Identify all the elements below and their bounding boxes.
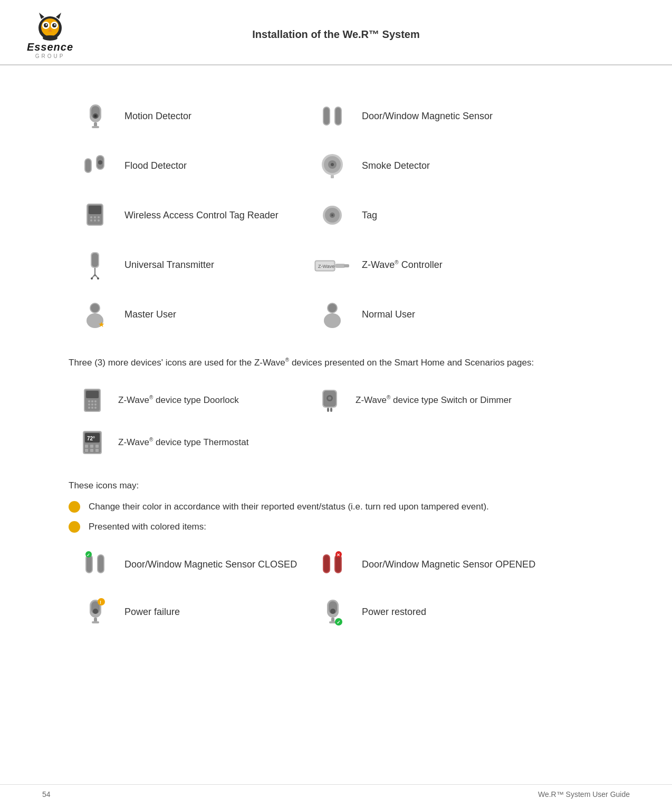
- svg-rect-95: [98, 555, 103, 572]
- svg-text:✓: ✓: [337, 620, 341, 625]
- flood-detector-label: Flood Detector: [124, 159, 187, 172]
- bullet-dot-2: [69, 521, 80, 533]
- svg-rect-94: [87, 555, 92, 572]
- power-failure-row: ! Power failure: [69, 588, 306, 636]
- svg-text:✓: ✓: [87, 553, 90, 557]
- flood-detector-icon: [74, 151, 116, 181]
- svg-text:Z-Wave: Z-Wave: [318, 264, 334, 269]
- door-opened-label: Door/Window Magnetic Sensor OPENED: [362, 558, 535, 571]
- svg-rect-114: [331, 618, 334, 622]
- transmitter-row: Universal Transmitter: [69, 241, 306, 290]
- door-sensor-label: Door/Window Magnetic Sensor: [362, 110, 493, 123]
- normal-user-icon: [311, 300, 353, 330]
- main-content: Motion Detector Door/Window Magnetic Sen…: [0, 71, 672, 667]
- svg-point-8: [46, 24, 47, 26]
- svg-point-36: [94, 216, 96, 218]
- logo-text: Essence: [27, 41, 73, 53]
- owl-logo-icon: [32, 9, 69, 41]
- svg-point-74: [91, 407, 93, 409]
- svg-point-40: [98, 219, 100, 222]
- svg-point-51: [97, 277, 99, 280]
- svg-point-106: [93, 609, 98, 614]
- door-closed-icon: ✓: [74, 549, 116, 580]
- flood-detector-row: Flood Detector: [69, 141, 306, 191]
- motion-detector-icon: [74, 101, 116, 132]
- transmitter-label: Universal Transmitter: [124, 258, 214, 272]
- svg-point-11: [43, 35, 57, 41]
- thermostat-icon: 72°: [74, 429, 111, 456]
- svg-rect-87: [90, 445, 93, 448]
- master-user-row: ★ Master User: [69, 290, 306, 340]
- tag-reader-label: Wireless Access Control Tag Reader: [124, 209, 279, 222]
- svg-marker-1: [39, 13, 44, 19]
- page-title: Installation of the We.R™ System: [84, 28, 656, 41]
- svg-rect-20: [324, 108, 329, 124]
- normal-user-row: Normal User: [306, 290, 543, 340]
- svg-text:★: ★: [98, 320, 105, 329]
- thermostat-label: Z-Wave® device type Thermostat: [118, 436, 248, 449]
- svg-point-39: [94, 219, 96, 222]
- svg-point-75: [94, 407, 97, 409]
- power-restored-row: ✓ Power restored: [306, 588, 543, 636]
- bullet-text-2: Presented with colored items:: [89, 520, 206, 534]
- bullet-item-2: Presented with colored items:: [69, 520, 630, 534]
- svg-rect-89: [85, 449, 88, 452]
- footer: 54 We.R™ System User Guide: [0, 784, 672, 799]
- svg-rect-79: [330, 408, 332, 412]
- svg-rect-88: [95, 445, 99, 448]
- power-restored-icon: ✓: [311, 597, 353, 627]
- smoke-detector-row: Smoke Detector: [306, 141, 543, 191]
- bullet-list: Change their color in accordance with th…: [69, 500, 630, 533]
- master-user-icon: ★: [74, 300, 116, 330]
- svg-point-9: [54, 24, 56, 26]
- svg-rect-21: [335, 108, 341, 124]
- svg-rect-31: [331, 175, 334, 178]
- svg-point-70: [88, 403, 90, 406]
- zwave-controller-label: Z-Wave® Controller: [362, 258, 443, 272]
- switch-dimmer-label: Z-Wave® device type Switch or Dimmer: [356, 394, 512, 407]
- status-icons-grid: ✓ Door/Window Magnetic Sensor CLOSED ✕ D…: [69, 541, 543, 636]
- svg-marker-2: [56, 13, 61, 19]
- master-user-label: Master User: [124, 308, 176, 321]
- switch-dimmer-icon: [311, 387, 348, 414]
- tag-row: Tag: [306, 191, 543, 241]
- svg-rect-56: [344, 264, 349, 267]
- bullet-item-1: Change their color in accordance with th…: [69, 500, 630, 514]
- tag-reader-row: Wireless Access Control Tag Reader: [69, 191, 306, 241]
- svg-point-72: [94, 403, 97, 406]
- svg-rect-108: [92, 621, 99, 623]
- zwave-controller-icon: Z-Wave: [311, 254, 353, 276]
- svg-point-50: [91, 277, 93, 280]
- door-opened-row: ✕ Door/Window Magnetic Sensor OPENED: [306, 541, 543, 588]
- normal-user-label: Normal User: [362, 308, 415, 321]
- logo: Essence GROUP: [16, 9, 84, 59]
- svg-rect-23: [85, 159, 91, 172]
- motion-detector-row: Motion Detector: [69, 92, 306, 141]
- tag-reader-icon: [74, 200, 116, 231]
- zwave-controller-row: Z-Wave Z-Wave® Controller: [306, 241, 543, 290]
- svg-rect-66: [86, 391, 99, 398]
- svg-rect-17: [92, 126, 99, 128]
- svg-rect-90: [90, 449, 93, 452]
- transmitter-icon: [74, 250, 116, 281]
- svg-rect-91: [95, 449, 99, 452]
- switch-dimmer-row: Z-Wave® device type Switch or Dimmer: [306, 379, 543, 421]
- thermostat-row: 72° Z-Wave® device type Thermostat: [69, 421, 306, 464]
- svg-point-30: [331, 163, 334, 166]
- svg-point-35: [90, 216, 92, 218]
- door-sensor-row: Door/Window Magnetic Sensor: [306, 92, 543, 141]
- svg-point-71: [91, 403, 93, 406]
- svg-point-68: [91, 400, 93, 402]
- svg-point-62: [324, 313, 341, 328]
- header: Essence GROUP Installation of the We.R™ …: [0, 0, 672, 65]
- doorlock-icon: [74, 387, 111, 414]
- smoke-detector-label: Smoke Detector: [362, 159, 430, 172]
- bullet-dot-1: [69, 501, 80, 513]
- svg-point-67: [88, 400, 90, 402]
- svg-point-38: [90, 219, 92, 222]
- device-icons-grid: Motion Detector Door/Window Magnetic Sen…: [69, 92, 543, 340]
- svg-point-26: [98, 160, 102, 165]
- bullet-text-1: Change their color in accordance with th…: [89, 500, 489, 514]
- svg-rect-78: [327, 408, 329, 412]
- svg-point-44: [331, 214, 333, 216]
